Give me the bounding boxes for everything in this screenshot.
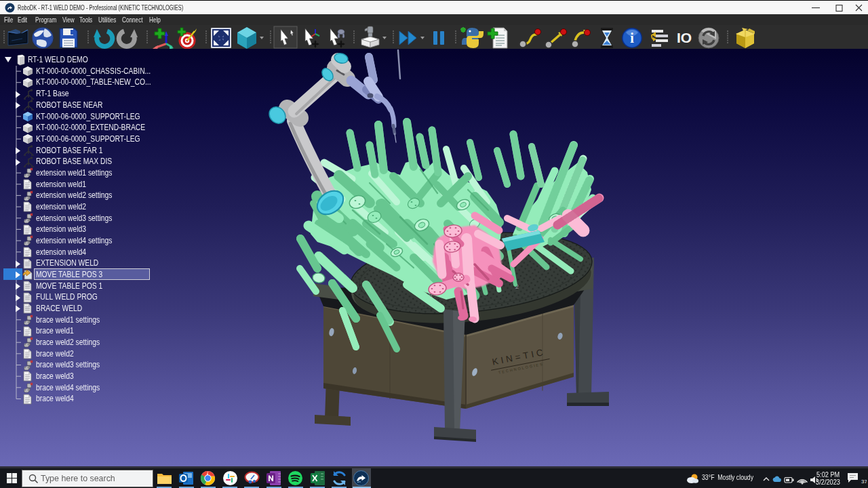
svg-text:i: i: [630, 30, 634, 45]
svg-text:37: 37: [861, 479, 867, 485]
svg-text:IO: IO: [677, 30, 692, 45]
